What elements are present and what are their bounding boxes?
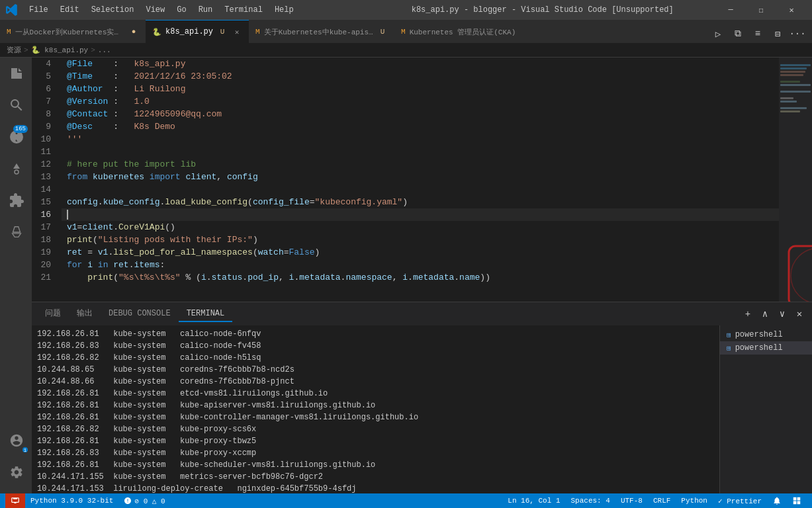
position-text: Ln 16, Col 1 (508, 497, 560, 505)
activity-explorer[interactable] (0, 58, 32, 89)
panel-maximize-button[interactable]: ∨ (775, 307, 789, 321)
powershell-icon-2: ⊞ (727, 344, 731, 353)
menu-terminal[interactable]: Terminal (219, 4, 268, 16)
code-line-16 (62, 208, 779, 221)
notification-badge: 1 (23, 447, 28, 452)
activity-accounts[interactable]: 1 (0, 425, 32, 456)
titlebar-menus: File Edit Selection View Go Run Terminal… (24, 4, 370, 16)
menu-go[interactable]: Go (171, 4, 191, 16)
terminal-output[interactable]: 192.168.26.81 kube-system calico-node-6n… (32, 325, 719, 493)
main-area: 165 1 (0, 58, 812, 493)
statusbar-prettier[interactable]: ✓ Prettier (713, 493, 767, 508)
statusbar-encoding[interactable]: UTF-8 (615, 493, 648, 508)
code-editor[interactable]: 4 5 6 7 8 9 10 11 12 13 14 15 16 17 18 1… (32, 58, 812, 302)
menu-view[interactable]: View (140, 4, 170, 16)
panel-tab-output[interactable]: 输出 (69, 305, 101, 323)
line-num-19: 19 (32, 246, 56, 259)
menu-selection[interactable]: Selection (86, 4, 140, 16)
terminal-line-7: 192.168.26.81 kube-system kube-apiserver… (37, 400, 714, 411)
terminal-shell-1[interactable]: ⊞ powershell (720, 328, 812, 341)
terminal-line-1: 192.168.26.81 kube-system calico-node-6n… (37, 328, 714, 340)
tab-close-k8s[interactable]: ✕ (232, 26, 242, 37)
line-numbers: 4 5 6 7 8 9 10 11 12 13 14 15 16 17 18 1… (32, 58, 62, 302)
layout-button[interactable]: ⊟ (768, 24, 787, 43)
statusbar-position[interactable]: Ln 16, Col 1 (502, 493, 565, 508)
breadcrumb-more[interactable]: ... (98, 46, 111, 54)
tab-notes[interactable]: M 一从Docker到Kubernetes实战全接触》读书笔记.md ● (0, 20, 146, 43)
statusbar-errors[interactable]: ⊘ 0 △ 0 (118, 493, 170, 508)
code-content[interactable]: @File : k8s_api.py @Time : 2021/12/16 23… (62, 58, 779, 302)
error-icon (124, 497, 132, 505)
tab-kube-notes[interactable]: M 关于Kubernetes中kube-apiserver的一些笔记.md U (249, 20, 394, 43)
terminal-line-4: 10.244.88.65 kube-system coredns-7f6cbbb… (37, 364, 714, 376)
activity-extensions[interactable] (0, 185, 32, 216)
tab-label-notes: 一从Docker到Kubernetes实战全接触》读书笔记.md (15, 27, 124, 37)
tab-modified-kube[interactable]: U (377, 26, 388, 37)
code-line-13: from kubernetes import client, config (62, 171, 779, 183)
panel-add-button[interactable]: + (741, 307, 755, 321)
explorer-icon (9, 65, 24, 81)
terminal-shell-2[interactable]: ⊞ powershell (720, 341, 812, 355)
code-line-11 (62, 146, 779, 158)
menu-edit[interactable]: Edit (55, 4, 85, 16)
activity-testing[interactable] (0, 216, 32, 248)
menu-file[interactable]: File (24, 4, 54, 16)
terminal-line-11: 192.168.26.83 kube-system kube-proxy-xcc… (37, 447, 714, 459)
panel-chevron-up-button[interactable]: ∧ (758, 307, 772, 321)
activity-run[interactable] (0, 153, 32, 185)
statusbar-layout[interactable] (787, 493, 807, 508)
statusbar-notifications[interactable] (767, 493, 787, 508)
breadcrumb-resources[interactable]: 资源 (7, 45, 21, 55)
activity-settings[interactable] (0, 456, 32, 488)
statusbar-python[interactable]: Python 3.9.0 32-bit (25, 493, 118, 508)
svg-rect-2 (780, 67, 807, 69)
titlebar: File Edit Selection View Go Run Terminal… (0, 0, 812, 20)
close-button[interactable]: ✕ (776, 0, 807, 20)
svg-point-16 (791, 248, 812, 302)
overflow-button[interactable]: ··· (788, 24, 807, 43)
split-editor-button[interactable]: ⧉ (729, 24, 747, 43)
settings-icon (9, 465, 24, 480)
line-num-9: 9 (32, 120, 56, 133)
run-debug-button[interactable]: ▷ (709, 24, 727, 43)
activity-search[interactable] (0, 89, 32, 121)
svg-point-0 (15, 170, 19, 174)
menu-run[interactable]: Run (193, 4, 218, 16)
activity-git[interactable]: 165 (0, 121, 32, 153)
line-num-11: 11 (32, 146, 56, 158)
menu-help[interactable]: Help (269, 4, 299, 16)
svg-rect-10 (780, 107, 807, 109)
statusbar-spaces[interactable]: Spaces: 4 (566, 493, 615, 508)
terminal-line-14: 10.244.171.153 liruilong-deploy-create n… (37, 483, 714, 493)
panel-tab-terminal[interactable]: TERMINAL (179, 306, 233, 322)
panel-area: 问题 输出 DEBUG CONSOLE TERMINAL + ∧ ∨ ✕ 192… (32, 302, 812, 493)
terminal-line-13: 10.244.171.155 kube-system metrics-serve… (37, 471, 714, 483)
powershell-icon-1: ⊞ (727, 331, 731, 339)
editor-area: 4 5 6 7 8 9 10 11 12 13 14 15 16 17 18 1… (32, 58, 812, 493)
git-badge: 165 (13, 125, 28, 133)
terminal-line-8: 192.168.26.81 kube-system kube-controlle… (37, 411, 714, 423)
statusbar-language[interactable]: Python (676, 493, 713, 508)
panel-tab-problems[interactable]: 问题 (37, 305, 69, 323)
statusbar-remote[interactable] (5, 493, 25, 508)
activity-bar: 165 1 (0, 58, 32, 493)
minimize-button[interactable]: ─ (715, 0, 746, 20)
terminal-line-6: 192.168.26.81 kube-system etcd-vms81.lir… (37, 388, 714, 400)
tab-admin[interactable]: M Kubernetes 管理员认证(CKA) (394, 20, 522, 43)
line-num-16: 16 (32, 208, 56, 221)
statusbar-eol[interactable]: CRLF (648, 493, 676, 508)
panel-close-button[interactable]: ✕ (792, 307, 807, 321)
tab-modified-k8s[interactable]: U (217, 26, 228, 37)
breadcrumb-file[interactable]: 🐍 k8s_api.py (31, 46, 89, 54)
maximize-button[interactable]: ☐ (746, 0, 776, 20)
tab-icon-k8s: 🐍 (152, 28, 161, 36)
tab-modified-notes[interactable]: ● (128, 26, 139, 37)
tab-label-admin: Kubernetes 管理员认证(CKA) (410, 27, 516, 37)
statusbar-left: Python 3.9.0 32-bit ⊘ 0 △ 0 (5, 493, 171, 508)
titlebar-title: k8s_api.py - blogger - Visual Studio Cod… (370, 5, 716, 15)
tab-k8s-api[interactable]: 🐍 k8s_api.py U ✕ (146, 20, 249, 43)
more-tabs-button[interactable]: ≡ (748, 24, 767, 43)
vscode-logo-icon (5, 3, 19, 17)
code-line-15: config.kube_config.load_kube_config(conf… (62, 196, 779, 208)
panel-tab-debug[interactable]: DEBUG CONSOLE (101, 306, 179, 322)
